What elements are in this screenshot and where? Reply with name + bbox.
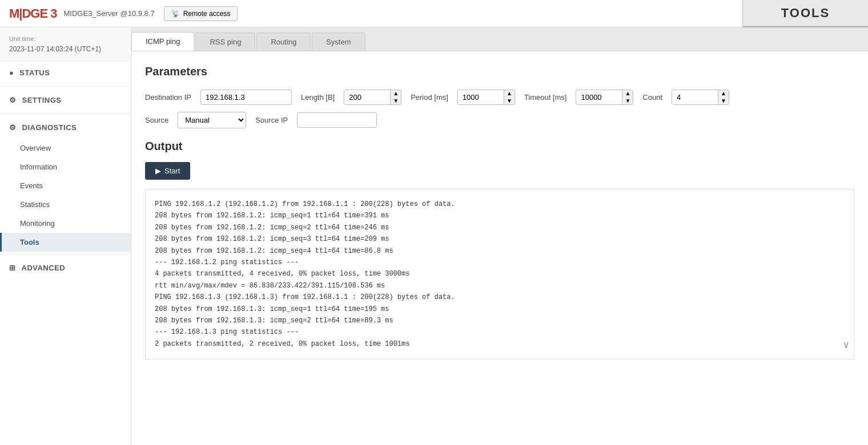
output-line: 208 bytes from 192.168.1.2: icmp_seq=3 t… [155,233,845,245]
sidebar-item-overview[interactable]: Overview [0,139,131,157]
output-title: Output [145,140,854,153]
server-name: MIDGE3_Server @10.9.8.7 [64,9,155,18]
sidebar-item-tools[interactable]: Tools [0,233,131,252]
period-label: Period [ms] [411,93,448,102]
top-bar: M|DGE 3 MIDGE3_Server @10.9.8.7 📡 Remote… [0,0,868,27]
unit-time: Unit time: 2023-11-07 14:03:24 (UTC+1) [0,27,131,62]
tab-system[interactable]: System [312,33,365,51]
length-label: Length [B] [301,93,335,102]
output-line: 208 bytes from 192.168.1.3: icmp_seq=1 t… [155,304,845,315]
remote-access-icon: 📡 [171,10,180,18]
count-input[interactable] [672,90,718,104]
play-icon: ▶ [155,167,161,175]
divider-3 [0,254,131,254]
advanced-label: ADVANCED [22,264,66,272]
unit-time-value: 2023-11-07 14:03:24 (UTC+1) [9,44,122,54]
sidebar-section-diagnostics[interactable]: ⚙ DIAGNOSTICS [0,116,131,139]
main-content: ICMP ping RSS ping Routing System Parame… [131,27,868,445]
output-line: PING 192.168.1.3 (192.168.1.3) from 192.… [155,292,845,303]
count-spinner: ▲ ▼ [672,90,729,105]
destination-ip-input[interactable] [200,90,292,105]
settings-icon: ⚙ [9,96,17,104]
layout: Unit time: 2023-11-07 14:03:24 (UTC+1) ●… [0,27,868,445]
params-row-2: Source Manual Auto Source IP [145,112,854,128]
status-icon: ● [9,68,14,77]
status-label: STATUS [19,68,50,77]
sidebar-item-events[interactable]: Events [0,176,131,195]
length-spinner: ▲ ▼ [344,90,401,105]
start-button[interactable]: ▶ Start [145,162,190,180]
diagnostics-label: DIAGNOSTICS [22,123,77,132]
output-line: 208 bytes from 192.168.1.2: icmp_seq=1 t… [155,210,845,221]
logo: M|DGE 3 [9,6,57,21]
diagnostics-icon: ⚙ [9,123,17,132]
unit-time-label: Unit time: [9,34,122,44]
tab-icmp-ping[interactable]: ICMP ping [131,32,194,51]
output-line: 4 packets transmitted, 4 received, 0% pa… [155,268,845,280]
output-line: 208 bytes from 192.168.1.2: icmp_seq=4 t… [155,245,845,257]
output-line: 208 bytes from 192.168.1.2: icmp_seq=2 t… [155,222,845,233]
output-line: 208 bytes from 192.168.1.3: icmp_seq=2 t… [155,315,845,326]
sidebar-section-advanced[interactable]: ⊞ ADVANCED [0,257,131,279]
output-line: rtt min/avg/max/mdev = 86.838/233.422/39… [155,280,845,292]
count-label: Count [642,93,662,102]
timeout-label: Timeout [ms] [524,93,567,102]
advanced-icon: ⊞ [9,264,16,272]
length-input[interactable] [344,90,390,104]
sidebar-section-settings[interactable]: ⚙ SETTINGS [0,89,131,111]
source-label: Source [145,116,168,124]
period-spinner-btns: ▲ ▼ [504,90,515,104]
divider-2 [0,114,131,114]
timeout-increment[interactable]: ▲ [622,90,633,98]
logo-text: M|DGE 3 [9,6,57,21]
output-box[interactable]: PING 192.168.1.2 (192.168.1.2) from 192.… [145,189,854,359]
content-area: Parameters Destination IP Length [B] ▲ ▼… [131,51,868,445]
timeout-input[interactable] [576,90,622,104]
length-increment[interactable]: ▲ [390,90,401,98]
length-decrement[interactable]: ▼ [390,98,401,105]
tab-routing[interactable]: Routing [256,33,311,51]
sidebar-item-information[interactable]: Information [0,157,131,176]
output-line: --- 192.168.1.3 ping statistics --- [155,326,845,338]
parameters-title: Parameters [145,65,854,78]
sidebar-item-statistics[interactable]: Statistics [0,195,131,214]
tools-header: TOOLS [742,0,868,27]
timeout-spinner: ▲ ▼ [576,90,633,105]
divider-1 [0,86,131,87]
output-line: --- 192.168.1.2 ping statistics --- [155,257,845,268]
start-label: Start [164,167,180,175]
sidebar-section-status[interactable]: ● STATUS [0,62,131,84]
output-line: 2 packets transmitted, 2 received, 0% pa… [155,338,845,350]
settings-label: SETTINGS [22,96,62,104]
count-spinner-btns: ▲ ▼ [718,90,729,104]
params-row-1: Destination IP Length [B] ▲ ▼ Period [ms… [145,90,854,105]
timeout-decrement[interactable]: ▼ [622,98,633,105]
remote-access-button[interactable]: 📡 Remote access [164,6,238,21]
count-decrement[interactable]: ▼ [718,98,729,105]
count-increment[interactable]: ▲ [718,90,729,98]
source-select[interactable]: Manual Auto [178,112,246,128]
period-spinner: ▲ ▼ [457,90,515,105]
sidebar-item-monitoring[interactable]: Monitoring [0,214,131,233]
remote-access-label: Remote access [183,10,231,18]
destination-ip-label: Destination IP [145,93,191,102]
output-line: PING 192.168.1.2 (192.168.1.2) from 192.… [155,199,845,210]
period-increment[interactable]: ▲ [504,90,515,98]
period-input[interactable] [458,90,504,104]
sidebar-nav: ● STATUS ⚙ SETTINGS ⚙ DIAGNOSTICS Overvi… [0,62,131,446]
tab-rss-ping[interactable]: RSS ping [195,33,255,51]
scroll-indicator: ∨ [843,337,849,354]
source-ip-input[interactable] [297,112,377,128]
source-ip-label: Source IP [255,116,288,124]
sidebar: Unit time: 2023-11-07 14:03:24 (UTC+1) ●… [0,27,131,445]
tabs-bar: ICMP ping RSS ping Routing System [131,27,868,51]
timeout-spinner-btns: ▲ ▼ [622,90,633,104]
length-spinner-btns: ▲ ▼ [390,90,401,104]
period-decrement[interactable]: ▼ [504,98,515,105]
